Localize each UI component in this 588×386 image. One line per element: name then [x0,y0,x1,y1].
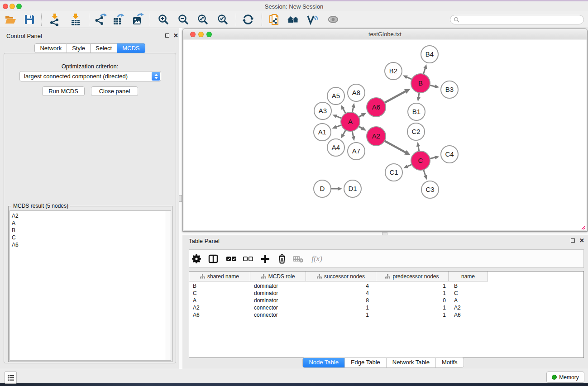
cell-successor-nodes[interactable]: 4 [306,282,369,290]
cell-predecessor-nodes[interactable]: 1 [376,282,446,290]
column-header-predecessor-nodes[interactable]: predecessor nodes [376,272,449,281]
cell-shared-name[interactable]: A [193,297,247,304]
table-close-icon[interactable]: ✕ [579,238,584,243]
search-icon [454,17,459,23]
run-mcds-button[interactable]: Run MCDS [42,86,85,96]
cell-successor-nodes[interactable]: 1 [306,304,369,311]
float-panel-icon[interactable] [165,33,169,38]
status-bar: Memory [0,369,588,383]
graph-node-label: A [348,118,353,125]
result-item: A2 [10,212,171,219]
search-box[interactable] [450,15,584,24]
cell-successor-nodes[interactable]: 1 [306,311,369,319]
cell-shared-name[interactable]: A2 [193,304,247,311]
graph-node-label: C3 [425,186,434,193]
tab-motifs[interactable]: Motifs [435,358,464,367]
zoom-selected-icon[interactable] [216,13,229,26]
result-scrollbar[interactable] [165,211,171,360]
close-panel-icon[interactable]: ✕ [173,33,178,38]
cell-predecessor-nodes[interactable]: 1 [376,290,446,297]
select-all-icon[interactable] [225,253,238,265]
task-history-button[interactable] [5,372,17,384]
main-toolbar [0,11,588,28]
cell-name[interactable]: C [454,290,490,297]
graph-node-label: C [418,157,423,164]
cell-predecessor-nodes[interactable]: 1 [376,304,446,311]
cell-mcds-role[interactable]: dominator [254,282,304,290]
close-panel-button[interactable]: Close panel [91,86,138,96]
result-item: C [10,234,171,241]
tab-style[interactable]: Style [67,43,91,53]
tab-edge-table[interactable]: Edge Table [344,358,386,367]
table-settings-gear-icon[interactable] [190,253,203,265]
graph-node-label: A6 [372,103,380,111]
cell-successor-nodes[interactable]: 4 [306,290,369,297]
column-header-MCDS-role[interactable]: MCDS role [250,272,306,281]
refresh-icon[interactable] [241,13,255,26]
search-input[interactable] [461,17,574,23]
delete-column-icon[interactable] [276,253,288,265]
home-icon[interactable] [286,13,300,26]
cell-predecessor-nodes[interactable]: 0 [376,297,446,304]
deselect-all-icon[interactable] [242,253,254,265]
cell-name[interactable]: A6 [454,311,490,319]
tab-node-table[interactable]: Node Table [303,358,344,367]
export-network-icon[interactable] [94,13,108,26]
vertical-splitter[interactable] [179,195,182,202]
network-window: testGlobe.txt AA1A2A3A4A5A6A7A8BB1B2B3B4… [182,29,588,232]
cell-shared-name[interactable]: A6 [193,311,247,319]
result-item: B [10,227,171,234]
zoom-in-icon[interactable] [157,13,170,26]
column-header-successor-nodes[interactable]: successor nodes [306,272,376,281]
graph-arrowhead [351,136,355,141]
import-table-icon[interactable] [69,13,82,26]
export-table-icon[interactable] [111,13,125,26]
cell-shared-name[interactable]: B [193,282,247,290]
optimization-dropdown[interactable]: largest connected component (directed) [19,71,161,81]
open-file-icon[interactable] [4,13,17,26]
network-canvas[interactable]: AA1A2A3A4A5A6A7A8BB1B2B3B4CC1C2C3C4DD1 [184,40,586,230]
cell-successor-nodes[interactable]: 8 [306,297,369,304]
hide-panels-icon[interactable] [306,13,319,26]
zoom-out-icon[interactable] [177,13,190,26]
tab-network-table[interactable]: Network Table [386,358,435,367]
table-float-icon[interactable] [571,238,575,243]
cell-name[interactable]: A [454,297,490,304]
delete-table-icon[interactable] [292,253,305,265]
zoom-fit-icon[interactable] [196,13,210,26]
cell-mcds-role[interactable]: dominator [254,297,304,304]
control-panel-tabs: NetworkStyleSelectMCDS [3,43,177,53]
tab-network[interactable]: Network [34,43,67,53]
import-network-icon[interactable] [48,13,62,26]
cell-mcds-role[interactable]: connector [254,311,304,319]
graph-node-label: B1 [412,108,421,115]
tab-mcds[interactable]: MCDS [117,43,145,53]
function-builder-icon[interactable]: f(x) [309,253,325,265]
memory-button[interactable]: Memory [546,372,584,383]
show-column-icon[interactable] [207,253,220,265]
export-image-icon[interactable] [131,13,144,26]
tab-select[interactable]: Select [91,43,117,53]
column-header-shared-name[interactable]: shared name [189,272,250,281]
cell-predecessor-nodes[interactable]: 1 [376,311,446,319]
cell-name[interactable]: B [454,282,490,290]
clone-network-icon[interactable] [267,13,281,26]
eye-icon[interactable] [326,13,340,26]
cell-mcds-role[interactable]: connector [254,304,304,311]
column-header-name[interactable]: name [449,272,488,281]
result-item: A6 [10,241,171,248]
graph-arrowhead [435,85,440,88]
cell-name[interactable]: A2 [454,304,490,311]
save-session-icon[interactable] [23,13,36,26]
cell-shared-name[interactable]: C [193,290,247,297]
app-title: Session: New Session [0,3,588,10]
graph-node-label: A3 [319,107,327,114]
graph-node-label: B [418,79,423,87]
add-column-icon[interactable] [259,253,272,265]
horizontal-splitter[interactable] [382,232,387,235]
mcds-result-title: MCDS result (5 nodes) [11,203,70,209]
cell-mcds-role[interactable]: dominator [254,290,304,297]
dropdown-value: largest connected component (directed) [24,73,128,80]
canvas-resize-handle[interactable] [581,225,586,230]
graph-node-label: B3 [445,86,454,93]
